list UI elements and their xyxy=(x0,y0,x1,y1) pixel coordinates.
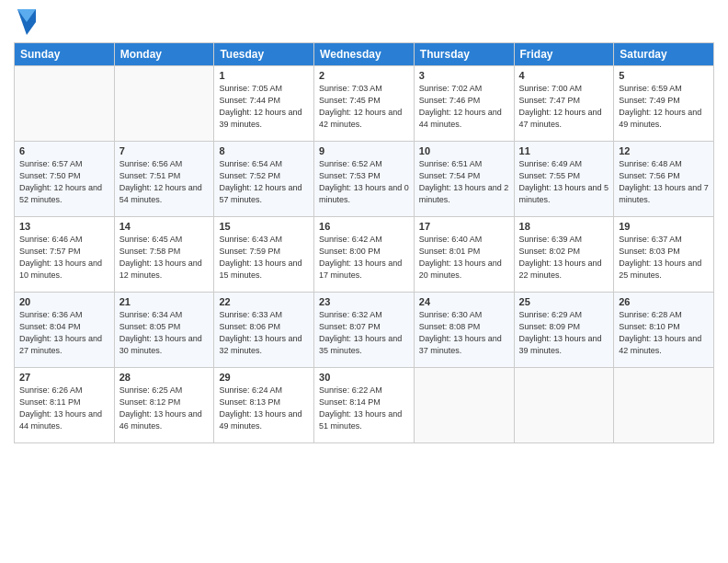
logo-icon xyxy=(17,9,36,35)
day-info: Sunrise: 6:49 AM Sunset: 7:55 PM Dayligh… xyxy=(519,158,609,206)
calendar-cell: 16Sunrise: 6:42 AM Sunset: 8:00 PM Dayli… xyxy=(314,217,415,293)
day-number: 1 xyxy=(219,70,309,81)
day-number: 15 xyxy=(219,221,309,232)
day-info: Sunrise: 6:22 AM Sunset: 8:14 PM Dayligh… xyxy=(319,385,409,432)
day-info: Sunrise: 6:36 AM Sunset: 8:04 PM Dayligh… xyxy=(19,309,109,357)
day-info: Sunrise: 6:51 AM Sunset: 7:54 PM Dayligh… xyxy=(419,158,509,206)
calendar-table: SundayMondayTuesdayWednesdayThursdayFrid… xyxy=(14,42,714,443)
day-number: 13 xyxy=(19,221,109,232)
day-info: Sunrise: 6:40 AM Sunset: 8:01 PM Dayligh… xyxy=(419,234,509,282)
calendar-week-2: 6Sunrise: 6:57 AM Sunset: 7:50 PM Daylig… xyxy=(15,142,714,217)
calendar-cell: 30Sunrise: 6:22 AM Sunset: 8:14 PM Dayli… xyxy=(314,368,415,443)
calendar-header-saturday: Saturday xyxy=(614,43,714,66)
day-number: 7 xyxy=(119,145,210,156)
calendar-cell: 23Sunrise: 6:32 AM Sunset: 8:07 PM Dayli… xyxy=(314,293,415,368)
day-number: 12 xyxy=(619,145,709,156)
calendar-cell: 10Sunrise: 6:51 AM Sunset: 7:54 PM Dayli… xyxy=(414,142,514,217)
day-info: Sunrise: 6:28 AM Sunset: 8:10 PM Dayligh… xyxy=(619,309,709,357)
logo xyxy=(14,9,36,35)
day-info: Sunrise: 6:34 AM Sunset: 8:05 PM Dayligh… xyxy=(119,309,210,357)
calendar-cell: 27Sunrise: 6:26 AM Sunset: 8:11 PM Dayli… xyxy=(15,368,115,443)
day-number: 20 xyxy=(19,296,109,307)
day-info: Sunrise: 6:39 AM Sunset: 8:02 PM Dayligh… xyxy=(519,234,609,282)
day-number: 22 xyxy=(219,296,309,307)
calendar-cell: 7Sunrise: 6:56 AM Sunset: 7:51 PM Daylig… xyxy=(114,142,214,217)
calendar-cell: 26Sunrise: 6:28 AM Sunset: 8:10 PM Dayli… xyxy=(614,293,714,368)
day-info: Sunrise: 6:48 AM Sunset: 7:56 PM Dayligh… xyxy=(619,158,709,206)
calendar-week-4: 20Sunrise: 6:36 AM Sunset: 8:04 PM Dayli… xyxy=(15,293,714,368)
calendar-cell: 6Sunrise: 6:57 AM Sunset: 7:50 PM Daylig… xyxy=(15,142,115,217)
calendar-cell: 11Sunrise: 6:49 AM Sunset: 7:55 PM Dayli… xyxy=(514,142,614,217)
day-info: Sunrise: 6:24 AM Sunset: 8:13 PM Dayligh… xyxy=(219,385,309,432)
calendar-cell xyxy=(15,66,115,142)
calendar-cell: 24Sunrise: 6:30 AM Sunset: 8:08 PM Dayli… xyxy=(414,293,514,368)
calendar-cell: 4Sunrise: 7:00 AM Sunset: 7:47 PM Daylig… xyxy=(514,66,614,142)
day-number: 25 xyxy=(519,296,609,307)
calendar-cell: 29Sunrise: 6:24 AM Sunset: 8:13 PM Dayli… xyxy=(214,368,314,443)
day-number: 2 xyxy=(319,70,409,81)
calendar-cell: 2Sunrise: 7:03 AM Sunset: 7:45 PM Daylig… xyxy=(314,66,415,142)
day-info: Sunrise: 6:33 AM Sunset: 8:06 PM Dayligh… xyxy=(219,309,309,357)
day-info: Sunrise: 6:26 AM Sunset: 8:11 PM Dayligh… xyxy=(19,385,109,432)
day-number: 27 xyxy=(19,372,109,383)
calendar-cell: 14Sunrise: 6:45 AM Sunset: 7:58 PM Dayli… xyxy=(114,217,214,293)
day-number: 14 xyxy=(119,221,210,232)
day-info: Sunrise: 6:25 AM Sunset: 8:12 PM Dayligh… xyxy=(119,385,210,432)
day-info: Sunrise: 6:30 AM Sunset: 8:08 PM Dayligh… xyxy=(419,309,509,357)
calendar-week-3: 13Sunrise: 6:46 AM Sunset: 7:57 PM Dayli… xyxy=(15,217,714,293)
day-info: Sunrise: 6:46 AM Sunset: 7:57 PM Dayligh… xyxy=(19,234,109,282)
day-number: 8 xyxy=(219,145,309,156)
day-number: 16 xyxy=(319,221,409,232)
calendar-cell xyxy=(614,368,714,443)
calendar-cell: 20Sunrise: 6:36 AM Sunset: 8:04 PM Dayli… xyxy=(15,293,115,368)
day-info: Sunrise: 6:32 AM Sunset: 8:07 PM Dayligh… xyxy=(319,309,409,357)
calendar-cell: 3Sunrise: 7:02 AM Sunset: 7:46 PM Daylig… xyxy=(414,66,514,142)
day-number: 5 xyxy=(619,70,709,81)
calendar-cell: 13Sunrise: 6:46 AM Sunset: 7:57 PM Dayli… xyxy=(15,217,115,293)
calendar-week-1: 1Sunrise: 7:05 AM Sunset: 7:44 PM Daylig… xyxy=(15,66,714,142)
day-info: Sunrise: 6:42 AM Sunset: 8:00 PM Dayligh… xyxy=(319,234,409,282)
calendar-cell: 1Sunrise: 7:05 AM Sunset: 7:44 PM Daylig… xyxy=(214,66,314,142)
header xyxy=(14,9,714,35)
calendar-cell: 5Sunrise: 6:59 AM Sunset: 7:49 PM Daylig… xyxy=(614,66,714,142)
day-number: 10 xyxy=(419,145,509,156)
calendar-cell: 12Sunrise: 6:48 AM Sunset: 7:56 PM Dayli… xyxy=(614,142,714,217)
day-number: 4 xyxy=(519,70,609,81)
day-number: 23 xyxy=(319,296,409,307)
calendar-week-5: 27Sunrise: 6:26 AM Sunset: 8:11 PM Dayli… xyxy=(15,368,714,443)
day-number: 29 xyxy=(219,372,309,383)
calendar-cell: 17Sunrise: 6:40 AM Sunset: 8:01 PM Dayli… xyxy=(414,217,514,293)
day-info: Sunrise: 6:37 AM Sunset: 8:03 PM Dayligh… xyxy=(619,234,709,282)
day-number: 24 xyxy=(419,296,509,307)
day-number: 3 xyxy=(419,70,509,81)
day-info: Sunrise: 6:59 AM Sunset: 7:49 PM Dayligh… xyxy=(619,83,709,131)
calendar-header-monday: Monday xyxy=(114,43,214,66)
calendar-cell: 21Sunrise: 6:34 AM Sunset: 8:05 PM Dayli… xyxy=(114,293,214,368)
calendar-cell xyxy=(414,368,514,443)
day-info: Sunrise: 6:57 AM Sunset: 7:50 PM Dayligh… xyxy=(19,158,109,206)
day-info: Sunrise: 6:56 AM Sunset: 7:51 PM Dayligh… xyxy=(119,158,210,206)
day-info: Sunrise: 6:54 AM Sunset: 7:52 PM Dayligh… xyxy=(219,158,309,206)
day-info: Sunrise: 6:43 AM Sunset: 7:59 PM Dayligh… xyxy=(219,234,309,282)
page: SundayMondayTuesdayWednesdayThursdayFrid… xyxy=(0,0,728,563)
calendar-cell: 15Sunrise: 6:43 AM Sunset: 7:59 PM Dayli… xyxy=(214,217,314,293)
day-number: 9 xyxy=(319,145,409,156)
day-number: 28 xyxy=(119,372,210,383)
calendar-cell: 25Sunrise: 6:29 AM Sunset: 8:09 PM Dayli… xyxy=(514,293,614,368)
day-number: 19 xyxy=(619,221,709,232)
calendar-cell: 19Sunrise: 6:37 AM Sunset: 8:03 PM Dayli… xyxy=(614,217,714,293)
calendar-header-sunday: Sunday xyxy=(15,43,115,66)
calendar-header-friday: Friday xyxy=(514,43,614,66)
day-number: 30 xyxy=(319,372,409,383)
calendar-cell xyxy=(114,66,214,142)
calendar-header-row: SundayMondayTuesdayWednesdayThursdayFrid… xyxy=(15,43,714,66)
day-info: Sunrise: 6:45 AM Sunset: 7:58 PM Dayligh… xyxy=(119,234,210,282)
calendar-cell: 8Sunrise: 6:54 AM Sunset: 7:52 PM Daylig… xyxy=(214,142,314,217)
day-info: Sunrise: 6:52 AM Sunset: 7:53 PM Dayligh… xyxy=(319,158,409,206)
day-number: 21 xyxy=(119,296,210,307)
day-info: Sunrise: 7:02 AM Sunset: 7:46 PM Dayligh… xyxy=(419,83,509,131)
calendar-cell: 22Sunrise: 6:33 AM Sunset: 8:06 PM Dayli… xyxy=(214,293,314,368)
calendar-cell: 9Sunrise: 6:52 AM Sunset: 7:53 PM Daylig… xyxy=(314,142,415,217)
day-number: 17 xyxy=(419,221,509,232)
day-number: 11 xyxy=(519,145,609,156)
